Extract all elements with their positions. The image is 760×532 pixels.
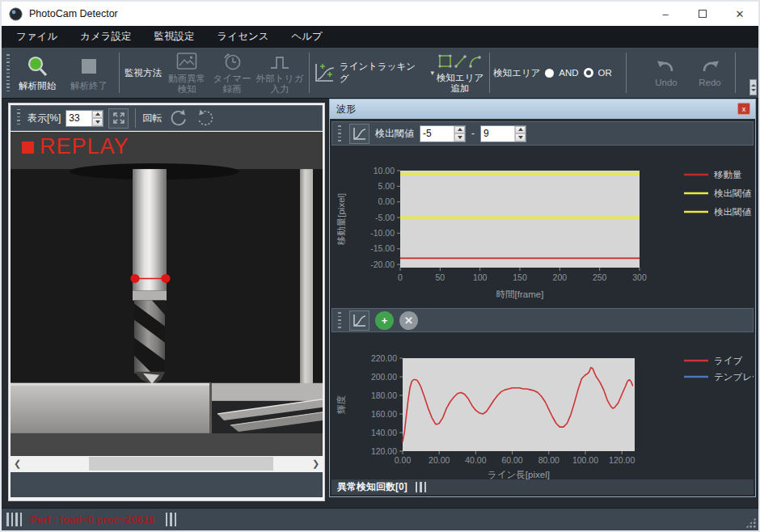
y-tick-label: 5.00 [378, 181, 395, 191]
plus-icon: + [382, 315, 388, 327]
triangle-up-icon [458, 128, 462, 131]
add-detect-area-button[interactable]: 検知エリア 追加 [434, 49, 486, 96]
toolbar-grip[interactable] [338, 312, 341, 328]
x-tick-label: 100.00 [572, 455, 598, 465]
app-icon [9, 7, 23, 21]
detect-area-label: 検知エリア [493, 67, 540, 79]
menu-monitor-settings[interactable]: 監視設定 [143, 25, 206, 49]
and-label[interactable]: AND [559, 68, 578, 78]
threshold-min-spinner[interactable] [420, 125, 466, 142]
toolbar-separator [735, 53, 736, 93]
x-tick-label: 200 [553, 272, 568, 282]
or-label[interactable]: OR [598, 68, 612, 78]
x-tick-label: 100 [473, 272, 488, 282]
waveform-title-bar[interactable]: 波形 x [330, 99, 755, 119]
toolbar-grip[interactable] [338, 125, 341, 141]
and-radio[interactable] [545, 69, 554, 78]
triangle-down-icon [458, 136, 462, 139]
analyze-start-button[interactable]: 解析開始 [12, 49, 62, 96]
fit-view-button[interactable] [108, 108, 129, 129]
status-grip[interactable] [6, 513, 22, 526]
delete-line-button[interactable]: ✕ [399, 311, 418, 330]
legend-label: 検出閾値 [714, 207, 752, 217]
x-tick-label: 250 [593, 272, 607, 282]
scroll-left-icon[interactable]: ❮ [11, 457, 24, 471]
minimize-button[interactable]: – [647, 2, 684, 26]
rotate-ccw-icon [168, 108, 188, 129]
spin-down-button[interactable] [454, 133, 465, 141]
threshold-min-input[interactable] [420, 126, 454, 141]
legend-label: ライブ [714, 356, 743, 365]
menu-help[interactable]: ヘルプ [281, 25, 334, 49]
threshold-max-input[interactable] [481, 126, 514, 141]
or-radio[interactable] [584, 68, 593, 78]
toolbar-separator [489, 53, 490, 93]
scrollbar-thumb[interactable] [89, 457, 273, 471]
spin-up-button[interactable] [454, 126, 465, 134]
toolbar-grip[interactable] [6, 54, 10, 91]
status-grip[interactable] [416, 482, 427, 492]
timer-record-button[interactable]: タイマー 録画 [210, 49, 254, 96]
tracking-handle[interactable] [131, 274, 140, 283]
zoom-spinner[interactable] [65, 110, 103, 127]
redo-button[interactable]: Redo [688, 49, 732, 96]
menu-file[interactable]: ファイル [5, 25, 69, 49]
threshold-max-spinner[interactable] [480, 125, 526, 142]
y-tick-label: -15.00 [370, 243, 395, 253]
y-axis-label: 輝度 [336, 395, 346, 415]
camera-scene [11, 132, 323, 456]
menu-license[interactable]: ライセンス [206, 25, 281, 49]
workpiece-edge-shadow [209, 383, 212, 433]
external-trigger-button[interactable]: 外部トリガ 入力 [254, 49, 306, 96]
undo-button[interactable]: Undo [644, 49, 688, 96]
x-tick-label: 20.00 [429, 455, 450, 465]
spin-up-button[interactable] [515, 126, 526, 134]
toolbar-overflow-handle[interactable] [749, 79, 757, 95]
rotate-ccw-button[interactable] [167, 108, 189, 129]
maximize-button[interactable] [684, 2, 721, 26]
triangle-down-icon [95, 120, 100, 124]
toolbar-separator [119, 53, 120, 93]
analyze-stop-button[interactable]: 解析終了 [62, 49, 116, 96]
drill-shank [133, 169, 167, 290]
spin-down-button[interactable] [515, 133, 526, 141]
triangle-up-icon [518, 128, 523, 131]
stage-front [11, 433, 323, 456]
spin-up-button[interactable] [92, 111, 103, 119]
zoom-input[interactable] [66, 111, 91, 126]
status-bar: Perf : load=0 proc=20618 [2, 508, 758, 530]
close-icon: x [742, 105, 746, 113]
line-tracking-button[interactable]: ライントラッキング ▾ [313, 49, 434, 96]
threshold-separator: - [471, 128, 475, 139]
status-grip[interactable] [166, 513, 177, 526]
horizontal-scrollbar[interactable]: ❮ ❯ [11, 457, 323, 471]
y-tick-label: 160.00 [371, 409, 397, 419]
spin-down-button[interactable] [92, 118, 103, 126]
waveform-settings-button[interactable] [349, 124, 369, 144]
main-toolbar: 解析開始 解析終了 監視方法 動画異常 検知 [2, 48, 758, 99]
add-area-shapes-icon [437, 53, 483, 70]
panel-close-button[interactable]: x [737, 103, 750, 115]
detect-area-logic-group: 検知エリア AND OR [493, 49, 623, 96]
camera-image-area[interactable]: REPLAY [11, 132, 323, 456]
line-settings-button[interactable] [349, 310, 369, 331]
add-line-button[interactable]: + [375, 311, 394, 330]
video-anomaly-button[interactable]: 動画異常 検知 [163, 49, 210, 96]
y-tick-label: -5.00 [375, 213, 395, 222]
y-tick-label: 120.00 [371, 446, 397, 456]
drill-transition [133, 290, 167, 300]
resize-grip-icon[interactable] [745, 517, 756, 528]
close-button[interactable]: ✕ [721, 2, 758, 26]
zoom-label: 表示[%] [27, 112, 61, 125]
scroll-right-icon[interactable]: ❯ [309, 457, 323, 471]
toolbar-grip[interactable] [17, 109, 20, 127]
tracking-handle[interactable] [162, 274, 171, 283]
x-axis-label: ライン長[pixel] [488, 470, 550, 479]
title-bar: PhotoCam Detector – ✕ [2, 2, 758, 26]
rotate-cw-button[interactable] [194, 108, 217, 129]
y-tick-label: -10.00 [370, 228, 395, 238]
minimize-icon: – [662, 8, 668, 20]
brightness-chart: 220.00200.00180.00160.00140.00120.000.00… [331, 334, 754, 481]
menu-camera-settings[interactable]: カメラ設定 [69, 25, 142, 49]
movement-chart: 10.005.000.00-5.00-10.00-15.00-20.000501… [331, 146, 754, 308]
